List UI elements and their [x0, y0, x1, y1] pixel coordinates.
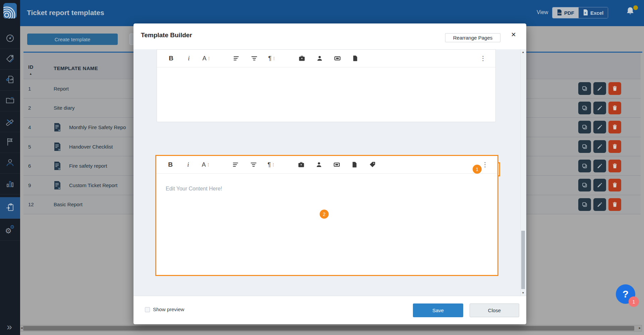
- row-id: 6: [28, 163, 54, 169]
- sidebar-item-tags[interactable]: [0, 49, 20, 70]
- work-items-icon[interactable]: [299, 55, 305, 62]
- notifications-bell[interactable]: [625, 6, 637, 19]
- edit-button[interactable]: [593, 140, 606, 153]
- edit-button[interactable]: [593, 102, 606, 114]
- document-field-icon[interactable]: [352, 55, 359, 62]
- sidebar-item-users[interactable]: [0, 153, 20, 174]
- header-content-editor: B i A⋮ ¶⋮ ⋮: [157, 49, 496, 122]
- duplicate-button[interactable]: [578, 121, 591, 133]
- modal-vertical-scrollbar[interactable]: ▲ ▼: [520, 49, 525, 296]
- flag-icon: [5, 137, 15, 148]
- edit-button[interactable]: [593, 160, 606, 172]
- bold-icon[interactable]: B: [167, 161, 174, 168]
- align-left-icon[interactable]: [233, 55, 240, 62]
- row-id: 4: [28, 124, 54, 130]
- delete-button[interactable]: [608, 121, 621, 133]
- more-options-icon[interactable]: ⋮: [480, 55, 486, 62]
- edit-button[interactable]: [593, 198, 606, 211]
- sidebar-item-tools[interactable]: [0, 111, 20, 132]
- font-size-icon[interactable]: A⋮: [203, 161, 209, 168]
- row-template-name: Monthly Fire Safety Repo: [69, 124, 126, 130]
- duplicate-button[interactable]: [578, 102, 591, 114]
- duplicate-button[interactable]: [578, 198, 591, 211]
- edit-button[interactable]: [593, 121, 606, 133]
- modal-close-icon[interactable]: ×: [508, 30, 519, 40]
- duplicate-button[interactable]: [578, 160, 591, 172]
- work-items-icon[interactable]: [298, 161, 305, 168]
- paragraph-format-icon[interactable]: ¶⋮: [269, 55, 275, 62]
- template-builder-modal: Template Builder Rearrange Pages × B i A…: [133, 23, 526, 324]
- sidebar-collapse-chevrons[interactable]: »: [3, 321, 16, 333]
- italic-icon[interactable]: i: [185, 161, 192, 168]
- user-field-icon[interactable]: [316, 55, 323, 62]
- duplicate-button[interactable]: [578, 82, 591, 95]
- close-button[interactable]: Close: [470, 303, 519, 317]
- delete-button[interactable]: [608, 179, 621, 191]
- row-actions: [578, 82, 621, 95]
- sidebar-item-report-templates[interactable]: [0, 197, 20, 219]
- horizontal-scrollbar-thumb[interactable]: [23, 326, 634, 331]
- modal-scrollbar-thumb[interactable]: [521, 231, 525, 289]
- tag-field-icon[interactable]: [369, 161, 376, 168]
- sidebar-item-dashboard[interactable]: [0, 28, 20, 49]
- row-actions: [578, 140, 621, 153]
- sidebar-item-settings[interactable]: ⚙ ⚙: [0, 220, 20, 241]
- create-template-button[interactable]: Create template: [27, 34, 118, 45]
- row-template-name: Report: [54, 86, 69, 92]
- view-pdf-button[interactable]: PDF PDF: [552, 7, 579, 18]
- report-doc-icon: [54, 161, 61, 170]
- align-center-icon[interactable]: [250, 161, 257, 168]
- delete-button[interactable]: [608, 140, 621, 153]
- view-excel-button[interactable]: x Excel: [579, 7, 608, 18]
- row-template-name: Handover Checklist: [69, 144, 113, 150]
- more-options-icon[interactable]: ⋮: [482, 161, 488, 168]
- duplicate-button[interactable]: [578, 140, 591, 153]
- view-toggle-group: PDF PDF x Excel: [552, 7, 608, 18]
- scroll-up-arrow-icon[interactable]: ▲: [521, 51, 526, 54]
- page-title: Ticket report templates: [27, 9, 104, 17]
- app-logo[interactable]: [3, 3, 17, 18]
- app-screen: ⚙ ⚙ » Ticket report templates View PDF P…: [0, 0, 644, 335]
- editor-content-area[interactable]: Edit Your Content Here!: [156, 174, 497, 274]
- duplicate-button[interactable]: [578, 179, 591, 191]
- ticket-field-icon[interactable]: [334, 55, 341, 62]
- edit-button[interactable]: [593, 82, 606, 95]
- row-template-name: Site diary: [54, 105, 75, 111]
- column-header-id[interactable]: ID: [28, 64, 34, 70]
- scroll-left-arrow-icon[interactable]: ◄: [20, 326, 23, 330]
- sidebar-item-folders[interactable]: [0, 91, 20, 111]
- delete-button[interactable]: [608, 102, 621, 114]
- horizontal-scrollbar[interactable]: ◄ ►: [19, 325, 642, 332]
- ticket-field-icon[interactable]: [333, 161, 340, 168]
- italic-icon[interactable]: i: [185, 55, 192, 62]
- scroll-right-arrow-icon[interactable]: ►: [638, 326, 641, 330]
- sidebar: ⚙ ⚙ »: [0, 0, 20, 335]
- sidebar-item-analytics[interactable]: [0, 174, 20, 194]
- user-field-icon[interactable]: [316, 161, 322, 168]
- column-header-template-name[interactable]: TEMPLATE NAME: [54, 65, 98, 71]
- sidebar-item-flags[interactable]: [0, 132, 20, 153]
- editor-content-area[interactable]: [157, 67, 495, 122]
- tag-icon: [5, 54, 15, 65]
- step-2-badge: 2: [320, 210, 329, 219]
- font-size-icon[interactable]: A⋮: [203, 55, 210, 62]
- view-label: View: [537, 9, 548, 15]
- align-left-icon[interactable]: [232, 161, 239, 168]
- align-center-icon[interactable]: [251, 55, 258, 62]
- scroll-down-arrow-icon[interactable]: ▼: [521, 291, 526, 294]
- delete-button[interactable]: [608, 160, 621, 172]
- modal-body: B i A⋮ ¶⋮ ⋮ Edit table of content 1 ▲: [133, 49, 526, 296]
- delete-button[interactable]: [608, 82, 621, 95]
- save-button[interactable]: Save: [413, 303, 463, 317]
- modal-footer: Show preview Save Close: [133, 296, 526, 324]
- bold-icon[interactable]: B: [168, 55, 174, 62]
- rearrange-pages-button[interactable]: Rearrange Pages: [445, 33, 500, 42]
- paragraph-format-icon[interactable]: ¶⋮: [268, 161, 275, 168]
- show-preview-checkbox[interactable]: [145, 307, 150, 312]
- sidebar-item-audits[interactable]: [0, 70, 20, 91]
- row-actions: [578, 198, 621, 211]
- folder-icon: [5, 96, 15, 106]
- delete-button[interactable]: [608, 198, 621, 211]
- edit-button[interactable]: [593, 179, 606, 191]
- document-field-icon[interactable]: [351, 161, 358, 168]
